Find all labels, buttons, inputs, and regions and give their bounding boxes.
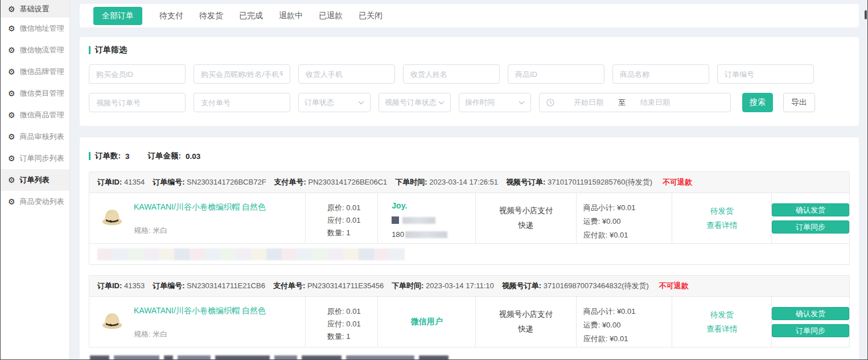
shipping-method: 快递 (518, 324, 533, 334)
order-admin-page: ⚙基础设置 ⚙微信地址管理 ⚙微信物流管理 ⚙微信品牌管理 ⚙微信类目管理 ⚙微… (0, 0, 868, 360)
order-id: 订单ID: 41353 (97, 281, 145, 291)
sidebar-item-label: 微信商品管理 (20, 110, 64, 120)
receiver-phone-input[interactable] (298, 64, 395, 84)
quantity: 数量: 1 (327, 330, 377, 343)
tab-pending-payment[interactable]: 待支付 (159, 11, 183, 21)
receiver-name-input[interactable] (403, 64, 500, 84)
sidebar-item-wechat-address[interactable]: ⚙微信地址管理 (1, 18, 69, 39)
tab-refunding[interactable]: 退款中 (279, 11, 303, 21)
scrollbar-thumb[interactable] (865, 10, 867, 19)
video-order-status-select[interactable]: 视频号订单状态 (379, 93, 451, 112)
order-status-tabs: 全部订单 待支付 待发货 已完成 退款中 已退款 已关闭 (80, 4, 859, 27)
product-image-hat (98, 202, 126, 230)
price-cell: 原价: 0.01 应付: 0.01 数量: 1 (305, 297, 377, 347)
order-sn-input[interactable] (717, 64, 814, 84)
export-button[interactable]: 导出 (783, 93, 815, 112)
order-status-text: 待发货 (710, 206, 734, 216)
video-order-status-select-value: 视频号订单状态 (385, 97, 437, 108)
subtotal: 商品小计: ¥0.01 (583, 201, 672, 215)
order-sn: 订单编号: SN2303141726BCB72F (153, 177, 266, 187)
tab-pending-shipment[interactable]: 待发货 (199, 11, 223, 21)
masked-buyer-phone: 180 (392, 230, 475, 239)
order-status-select-value: 订单状态 (305, 97, 334, 108)
sidebar-item-wechat-category[interactable]: ⚙微信类目管理 (1, 83, 69, 104)
product-name-link[interactable]: KAWATANI/川谷小卷檐编织帽 自然色 (134, 202, 266, 212)
sidebar-item-order-list[interactable]: ⚙订单列表 (1, 169, 69, 191)
gear-icon: ⚙ (8, 68, 15, 76)
view-detail-link[interactable]: 查看详情 (706, 220, 737, 231)
status-cell: 待发货 查看详情 (672, 193, 771, 243)
video-order-no-input[interactable] (89, 93, 186, 112)
search-button[interactable]: 搜索 (742, 93, 773, 112)
order-status-select[interactable]: 订单状态 (298, 93, 371, 112)
order-status-text: 待发货 (710, 310, 734, 320)
order-body: KAWATANI/川谷小卷檐编织帽 自然色 规格: 米白 原价: 0.01 应付… (89, 193, 849, 243)
sidebar-item-product-audit-list[interactable]: ⚙商品审核列表 (1, 126, 69, 148)
buyer-cell: 微信用户 (377, 297, 475, 347)
sidebar-item-label: 基础设置 (20, 4, 50, 14)
tab-all-orders[interactable]: 全部订单 (93, 7, 142, 25)
subtotal: 商品小计: ¥0.01 (583, 305, 672, 318)
orders-count-value: 3 (125, 152, 130, 161)
order-sync-button[interactable]: 订单同步 (772, 324, 849, 337)
product-spec: 规格: 米白 (134, 226, 266, 236)
sidebar-item-label: 微信地址管理 (20, 23, 64, 34)
gear-icon: ⚙ (8, 89, 15, 97)
summary-accent-bar (89, 152, 90, 160)
buyer-cell: Joy. 180 (377, 193, 475, 243)
order-row: 订单ID: 41354 订单编号: SN2303141726BCB72F 支付单… (89, 171, 850, 265)
status-cell: 待发货 查看详情 (672, 297, 771, 347)
chevron-down-icon (358, 101, 364, 105)
order-sn: 订单编号: SN2303141711E21CB6 (153, 281, 265, 291)
gear-icon: ⚙ (8, 154, 15, 162)
chevron-down-icon (519, 101, 525, 105)
sidebar: ⚙基础设置 ⚙微信地址管理 ⚙微信物流管理 ⚙微信品牌管理 ⚙微信类目管理 ⚙微… (1, 0, 70, 359)
order-header: 订单ID: 41354 订单编号: SN2303141726BCB72F 支付单… (89, 172, 849, 193)
order-header: 订单ID: 41353 订单编号: SN2303141711E21CB6 支付单… (89, 276, 849, 297)
sidebar-item-wechat-logistics[interactable]: ⚙微信物流管理 (1, 39, 69, 61)
freight: 运费: ¥0.00 (583, 215, 672, 228)
chevron-down-icon (438, 101, 445, 105)
gear-icon: ⚙ (8, 24, 15, 32)
payment-cell: 视频号小店支付 快递 (475, 297, 576, 347)
payment-cell: 视频号小店支付 快递 (475, 193, 576, 243)
sidebar-item-basic-settings[interactable]: ⚙基础设置 (1, 0, 69, 18)
payment-no-input[interactable] (194, 93, 290, 112)
operation-time-select-value: 操作时间 (465, 97, 495, 108)
gear-icon: ⚙ (8, 5, 15, 13)
orders-count-label: 订单数: (95, 151, 121, 161)
buyer-nickname-input[interactable] (194, 64, 290, 84)
view-detail-link[interactable]: 查看详情 (706, 324, 737, 334)
tab-completed[interactable]: 已完成 (239, 11, 263, 21)
non-refundable-badge: 不可退款 (663, 177, 692, 187)
masked-buyer-name (392, 216, 475, 224)
shipping-method: 快递 (518, 220, 533, 231)
product-id-input[interactable] (508, 64, 604, 84)
product-name-link[interactable]: KAWATANI/川谷小卷檐编织帽 自然色 (134, 306, 266, 316)
confirm-ship-button[interactable]: 确认发货 (772, 203, 849, 216)
quantity: 数量: 1 (327, 227, 377, 239)
amount-due: 应付款: ¥0.01 (583, 332, 672, 346)
tab-refunded[interactable]: 已退款 (319, 11, 343, 21)
operation-time-select[interactable]: 操作时间 (459, 93, 531, 112)
confirm-ship-button[interactable]: 确认发货 (772, 307, 849, 320)
order-filter-panel: 订单筛选 订单状态 视频号订单状态 (80, 37, 859, 126)
end-date-placeholder: 结束日期 (640, 97, 670, 108)
sidebar-item-wechat-brand[interactable]: ⚙微信品牌管理 (1, 61, 69, 83)
sidebar-item-wechat-product[interactable]: ⚙微信商品管理 (1, 104, 69, 126)
buyer-member-id-input[interactable] (89, 64, 186, 84)
sidebar-item-order-sync-list[interactable]: ⚙订单同步列表 (1, 148, 69, 169)
date-range-separator: 至 (618, 97, 626, 108)
actions-cell: 确认发货 订单同步 (771, 193, 849, 243)
order-sync-button[interactable]: 订单同步 (772, 220, 849, 234)
date-range-picker[interactable]: 开始日期 至 结束日期 (539, 93, 731, 112)
amount-due: 应付款: ¥0.01 (583, 228, 672, 242)
masked-address-row (89, 243, 849, 264)
buyer-nickname: Joy. (392, 201, 475, 210)
sidebar-item-product-change-list[interactable]: ⚙商品变动列表 (1, 191, 69, 212)
tab-closed[interactable]: 已关闭 (359, 11, 382, 21)
order-id: 订单ID: 41354 (97, 177, 145, 187)
product-name-input[interactable] (612, 64, 709, 84)
orders-summary: 订单数: 3 订单金额: 0.03 (89, 151, 850, 161)
title-accent-bar (89, 46, 90, 54)
